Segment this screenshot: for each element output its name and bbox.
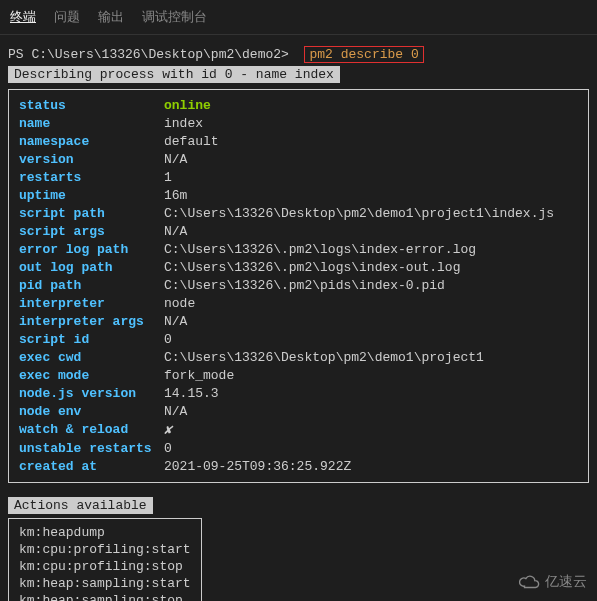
pid-path-key: pid path [19, 278, 164, 293]
action-item: km:cpu:profiling:start [19, 542, 191, 559]
watch-reload-value: ✘ [164, 422, 578, 438]
script-args-key: script args [19, 224, 164, 239]
restarts-key: restarts [19, 170, 164, 185]
prompt-prefix: PS C:\Users\13326\Desktop\pm2\demo2> [8, 47, 289, 62]
exec-mode-value: fork_mode [164, 368, 578, 383]
action-item: km:cpu:profiling:stop [19, 559, 191, 576]
unstable-restarts-key: unstable restarts [19, 441, 164, 456]
script-args-value: N/A [164, 224, 578, 239]
node-env-key: node env [19, 404, 164, 419]
created-at-key: created at [19, 459, 164, 474]
name-key: name [19, 116, 164, 131]
watermark-text: 亿速云 [545, 573, 587, 591]
error-log-value: C:\Users\13326\.pm2\logs\index-error.log [164, 242, 578, 257]
exec-mode-key: exec mode [19, 368, 164, 383]
tab-output[interactable]: 输出 [98, 6, 124, 28]
uptime-value: 16m [164, 188, 578, 203]
action-item: km:heap:sampling:start [19, 576, 191, 593]
tab-terminal[interactable]: 终端 [10, 6, 36, 28]
uptime-key: uptime [19, 188, 164, 203]
describe-header: Describing process with id 0 - name inde… [8, 66, 340, 83]
script-id-value: 0 [164, 332, 578, 347]
tab-problems[interactable]: 问题 [54, 6, 80, 28]
command-highlight: pm2 describe 0 [304, 46, 423, 63]
script-id-key: script id [19, 332, 164, 347]
namespace-key: namespace [19, 134, 164, 149]
out-log-value: C:\Users\13326\.pm2\logs\index-out.log [164, 260, 578, 275]
terminal-pane[interactable]: PS C:\Users\13326\Desktop\pm2\demo2> pm2… [0, 35, 597, 601]
script-path-key: script path [19, 206, 164, 221]
action-item: km:heap:sampling:stop [19, 593, 191, 601]
process-info-table: statusonline nameindex namespacedefault … [8, 89, 589, 483]
cloud-icon [519, 575, 541, 589]
tab-debug-console[interactable]: 调试控制台 [142, 6, 207, 28]
actions-table: km:heapdump km:cpu:profiling:start km:cp… [8, 518, 202, 601]
nodejs-version-key: node.js version [19, 386, 164, 401]
actions-header: Actions available [8, 497, 153, 514]
panel-tabs: 终端 问题 输出 调试控制台 [0, 0, 597, 35]
interpreter-args-key: interpreter args [19, 314, 164, 329]
script-path-value: C:\Users\13326\Desktop\pm2\demo1\project… [164, 206, 578, 221]
version-value: N/A [164, 152, 578, 167]
watermark: 亿速云 [519, 573, 587, 591]
nodejs-version-value: 14.15.3 [164, 386, 578, 401]
exec-cwd-key: exec cwd [19, 350, 164, 365]
out-log-key: out log path [19, 260, 164, 275]
exec-cwd-value: C:\Users\13326\Desktop\pm2\demo1\project… [164, 350, 578, 365]
action-item: km:heapdump [19, 525, 191, 542]
version-key: version [19, 152, 164, 167]
namespace-value: default [164, 134, 578, 149]
restarts-value: 1 [164, 170, 578, 185]
pid-path-value: C:\Users\13326\.pm2\pids\index-0.pid [164, 278, 578, 293]
interpreter-value: node [164, 296, 578, 311]
interpreter-args-value: N/A [164, 314, 578, 329]
status-key: status [19, 98, 164, 113]
unstable-restarts-value: 0 [164, 441, 578, 456]
interpreter-key: interpreter [19, 296, 164, 311]
error-log-key: error log path [19, 242, 164, 257]
prompt-line: PS C:\Users\13326\Desktop\pm2\demo2> pm2… [8, 47, 589, 62]
created-at-value: 2021-09-25T09:36:25.922Z [164, 459, 578, 474]
watch-reload-key: watch & reload [19, 422, 164, 438]
node-env-value: N/A [164, 404, 578, 419]
name-value: index [164, 116, 578, 131]
status-value: online [164, 98, 578, 113]
